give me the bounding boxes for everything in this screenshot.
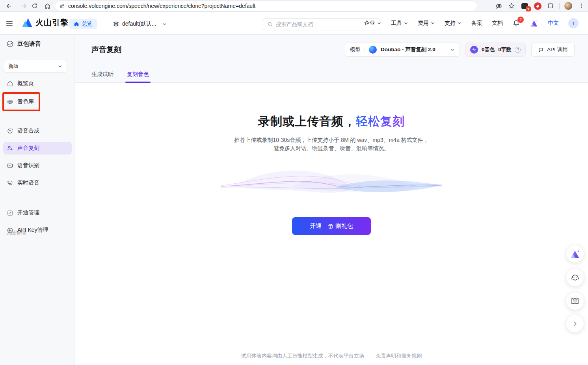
waveform-illustration (75, 163, 588, 208)
tab-bar: 生成试听 复刻音色 (75, 66, 588, 83)
model-selector[interactable]: 模型 Doubao - 声音复刻 2.0 (345, 43, 460, 57)
activation-management-icon (7, 210, 13, 216)
sidebar-item-tts[interactable]: 语音合成 (3, 125, 72, 137)
fab-customer-support[interactable] (566, 269, 584, 286)
sidebar-item-realtime[interactable]: 实时语音 (3, 177, 72, 189)
notification-bell-icon[interactable]: 2 (512, 19, 520, 27)
overview-nav-button[interactable]: 总览 (69, 19, 97, 29)
hero-title-accent: 轻松复刻 (356, 115, 405, 128)
console-top-nav: 火山引擎 总览 default(默认... 企业 工具 费用 (0, 12, 588, 35)
chevron-down-icon (377, 21, 381, 26)
page-title: 声音复刻 (91, 45, 121, 55)
tab-clone-voice[interactable]: 复刻音色 (127, 66, 149, 83)
menu-support-label: 支持 (445, 20, 456, 27)
extension-with-badge-icon[interactable]: 1 (520, 2, 529, 10)
voice-count: 0音色 (482, 46, 495, 53)
sidebar-item-label: 语音识别 (17, 162, 39, 169)
site-info-icon[interactable] (59, 3, 65, 9)
gift-label: 赠礼包 (335, 222, 353, 230)
sidebar-item-label: 开通管理 (17, 209, 39, 216)
browser-refresh-icon[interactable] (30, 1, 39, 11)
fab-ai-assistant[interactable] (566, 245, 584, 263)
product-search[interactable] (263, 18, 380, 30)
hero-title-plain: 录制或上传音频， (258, 115, 356, 128)
hero-title: 录制或上传音频，轻松复刻 (75, 114, 588, 130)
browser-url-bar[interactable]: console.volcengine.com/speech/new/experi… (55, 1, 477, 11)
search-input[interactable] (276, 21, 376, 27)
sidebar-item-label: 语音合成 (17, 127, 39, 134)
language-switch[interactable]: 中文 (548, 20, 559, 27)
fab-documentation[interactable] (566, 292, 584, 310)
ai-assistant-icon[interactable] (530, 19, 538, 27)
sidebar-item-overview[interactable]: 概览页 (3, 77, 72, 90)
layers-icon (113, 21, 119, 28)
chevron-down-icon (450, 47, 455, 52)
sidebar-item-activation[interactable]: 开通管理 (3, 207, 72, 219)
menu-support[interactable]: 支持 (445, 20, 462, 27)
project-name: default(默认... (122, 20, 156, 28)
volcengine-logo[interactable]: 火山引擎 (22, 17, 69, 28)
voice-pulse-icon (470, 46, 478, 54)
sidebar-item-label: 声音复刻 (17, 145, 39, 152)
sidebar-item-api-key[interactable]: API Key管理 (3, 224, 72, 237)
project-switcher[interactable]: default(默认... (113, 19, 167, 29)
headset-icon (570, 273, 580, 282)
hero-section: 录制或上传音频，轻松复刻 推荐上传或录制10-30s音频，上传支持小于 8M 的… (75, 83, 588, 235)
chevron-right-icon (571, 320, 579, 327)
sidebar-item-asr[interactable]: 语音识别 (3, 159, 72, 172)
product-name: 豆包语音 (17, 40, 41, 48)
usage-quota-pill[interactable]: 0音色 0字数 ? (465, 43, 526, 57)
api-call-button[interactable]: API 调用 (531, 43, 575, 57)
eye-off-icon[interactable] (494, 2, 503, 10)
profile-avatar[interactable] (564, 2, 573, 10)
version-select[interactable]: 新版 (4, 60, 67, 73)
doubao-voice-icon (6, 40, 14, 48)
chevron-down-icon (457, 21, 462, 26)
chevron-down-icon (404, 21, 408, 26)
url-text: console.volcengine.com/speech/new/experi… (68, 3, 255, 9)
menu-tools-label: 工具 (391, 20, 402, 27)
browser-menu-icon[interactable] (577, 2, 586, 10)
footer-terms-link[interactable]: 免责声明和服务规则 (376, 353, 422, 359)
sidebar: 豆包语音 新版 概览页 音色库 体验中心 语音合成 (0, 35, 75, 365)
menu-enterprise[interactable]: 企业 (364, 20, 381, 27)
hero-description: 推荐上传或录制10-30s音频，上传支持小于 8M 的 wav、mp3、m4a … (75, 136, 588, 153)
sidebar-item-voice-clone[interactable]: 声音复刻 (3, 142, 72, 155)
fab-collapse[interactable] (566, 315, 584, 332)
extensions-puzzle-icon[interactable] (546, 2, 555, 10)
activate-button[interactable]: 开通 赠礼包 (292, 217, 371, 235)
top-nav-right: 企业 工具 费用 支持 备案 文档 2 (364, 12, 579, 35)
sidebar-item-label: 实时语音 (17, 179, 39, 186)
sidebar-item-label: 音色库 (17, 98, 34, 105)
mountain-sparkle-icon (570, 249, 580, 259)
sidebar-item-label: API Key管理 (17, 227, 48, 234)
speech-recognition-icon (7, 162, 13, 169)
browser-back-icon[interactable] (4, 1, 13, 11)
menu-tools[interactable]: 工具 (391, 20, 408, 27)
activate-label: 开通 (310, 222, 322, 230)
menu-beian[interactable]: 备案 (471, 20, 482, 27)
main-content: 声音复刻 模型 Doubao - 声音复刻 2.0 0音色 0字数 ? API … (75, 35, 588, 365)
home-icon (74, 21, 79, 27)
version-value: 新版 (8, 63, 19, 70)
hamburger-menu-icon[interactable] (5, 19, 14, 28)
volcengine-console-screen: console.volcengine.com/speech/new/experi… (0, 0, 588, 365)
bookmark-star-icon[interactable] (507, 2, 516, 10)
tab-generate-audition[interactable]: 生成试听 (91, 66, 114, 83)
account-avatar[interactable]: 1 (568, 18, 579, 28)
browser-forward-icon[interactable] (19, 1, 28, 11)
sidebar-item-voice-library[interactable]: 音色库 (3, 95, 72, 108)
menu-docs[interactable]: 文档 (492, 20, 503, 27)
model-label: 模型 (350, 46, 361, 53)
chevron-down-icon (430, 21, 435, 26)
api-chat-icon (538, 47, 544, 53)
doubao-model-icon (369, 46, 377, 54)
voice-clone-icon (7, 145, 13, 152)
adblock-icon[interactable] (533, 2, 542, 10)
extension-badge: 1 (526, 6, 531, 11)
sidebar-item-label: 概览页 (17, 80, 34, 87)
browser-home-icon[interactable] (43, 1, 52, 11)
api-call-label: API 调用 (547, 46, 568, 53)
menu-billing[interactable]: 费用 (418, 20, 435, 27)
help-icon[interactable]: ? (515, 47, 521, 53)
